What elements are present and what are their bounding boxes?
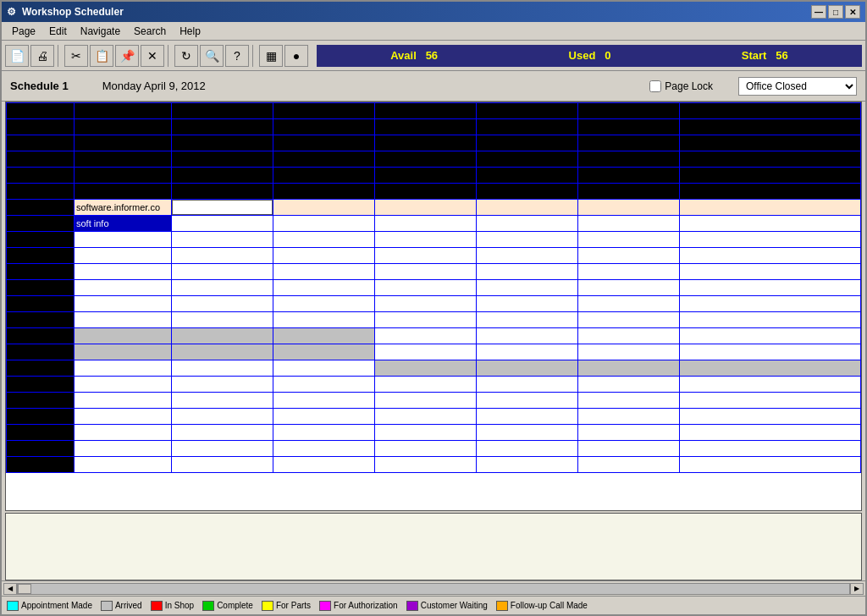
grid-cell	[680, 280, 861, 296]
grid-cell	[578, 264, 680, 280]
grid-cell	[172, 312, 273, 328]
for-authorization-color	[319, 601, 331, 611]
grid-cell	[578, 409, 680, 425]
time-cell	[7, 168, 75, 184]
new-button[interactable]: 📄	[5, 45, 29, 67]
grid-cell	[477, 425, 578, 441]
grid-cell	[375, 119, 477, 135]
grid-cell	[680, 168, 861, 184]
table-row	[7, 151, 861, 168]
grid-cell	[680, 328, 861, 344]
used-label: Used 0	[569, 49, 611, 62]
time-cell	[7, 457, 75, 473]
grid-cell	[477, 184, 578, 200]
grid-cell	[578, 151, 680, 168]
grid-cell	[680, 248, 861, 264]
grid-cell	[75, 232, 172, 248]
grid-cell	[75, 103, 172, 119]
grid-cell	[273, 312, 375, 328]
grid-cell	[375, 264, 477, 280]
grid-button[interactable]: ▦	[259, 45, 283, 67]
page-lock-checkbox[interactable]	[649, 80, 661, 92]
table-row	[7, 184, 861, 200]
grid-text-input[interactable]	[172, 200, 273, 215]
special-button[interactable]: ●	[284, 45, 308, 67]
scroll-left-button[interactable]: ◀	[3, 583, 17, 595]
maximize-button[interactable]: □	[828, 5, 843, 19]
page-lock-label: Page Lock	[665, 80, 713, 92]
grid-cell	[680, 200, 861, 216]
grid-cell	[375, 232, 477, 248]
grid-cell	[172, 393, 273, 409]
scroll-thumb[interactable]	[18, 584, 31, 594]
copy-button[interactable]: 📋	[90, 45, 113, 67]
grid-cell	[477, 168, 578, 184]
time-cell	[7, 248, 75, 264]
refresh-button[interactable]: ↻	[174, 45, 198, 67]
grid-cell	[477, 151, 578, 168]
grid-cell	[375, 409, 477, 425]
time-cell	[7, 377, 75, 393]
menu-navigate[interactable]: Navigate	[74, 24, 127, 39]
grid-cell	[477, 344, 578, 360]
grid-cell	[172, 441, 273, 457]
grid-cell	[680, 409, 861, 425]
legend-for-parts: For Parts	[262, 601, 311, 611]
print-button[interactable]: 🖨	[30, 45, 54, 67]
grid-cell	[273, 264, 375, 280]
grid-cell	[375, 135, 477, 151]
grid-cell	[75, 184, 172, 200]
grid-cell	[172, 151, 273, 168]
grid-cell	[172, 425, 273, 441]
grid-cell	[477, 119, 578, 135]
search-button[interactable]: 🔍	[200, 45, 224, 67]
time-cell	[7, 296, 75, 312]
grid-cell	[477, 360, 578, 377]
grid-cell	[680, 103, 861, 119]
grid-cell	[172, 184, 273, 200]
close-button[interactable]: ✕	[845, 5, 860, 19]
grid-cell	[578, 280, 680, 296]
window-controls: — □ ✕	[811, 5, 860, 19]
grid-cell	[477, 280, 578, 296]
cut-button[interactable]: ✂	[64, 45, 88, 67]
delete-button[interactable]: ✕	[141, 45, 164, 67]
table-row	[7, 232, 861, 248]
time-cell	[7, 264, 75, 280]
minimize-button[interactable]: —	[811, 5, 826, 19]
software-informer-cell: software.informer.co	[75, 200, 172, 216]
scroll-right-button[interactable]: ▶	[850, 583, 864, 595]
scroll-track[interactable]	[17, 583, 850, 595]
paste-button[interactable]: 📌	[115, 45, 139, 67]
menu-page[interactable]: Page	[5, 24, 42, 39]
time-cell	[7, 216, 75, 232]
grid-cell	[477, 457, 578, 473]
grid-cell	[578, 119, 680, 135]
grid-cell	[172, 360, 273, 377]
grid-cell	[578, 328, 680, 344]
table-row	[7, 135, 861, 151]
grid-cell	[75, 151, 172, 168]
grid-cell	[172, 216, 273, 232]
toolbar-status: Avail 56 Used 0 Start 56	[317, 45, 862, 67]
grid-cell	[172, 296, 273, 312]
menu-search[interactable]: Search	[127, 24, 173, 39]
grid-cell	[680, 232, 861, 248]
time-cell	[7, 103, 75, 119]
help-button[interactable]: ?	[225, 45, 249, 67]
menu-help[interactable]: Help	[173, 24, 207, 39]
grid-cell	[680, 457, 861, 473]
app-icon: ⚙	[7, 6, 19, 18]
grid-cell	[680, 119, 861, 135]
table-row: software.informer.co	[7, 200, 861, 216]
grid-cell	[172, 168, 273, 184]
input-cell[interactable]	[172, 200, 273, 216]
table-row	[7, 248, 861, 264]
legend-for-authorization: For Authorization	[319, 601, 398, 611]
menu-edit[interactable]: Edit	[42, 24, 74, 39]
grid-cell	[172, 344, 273, 360]
office-status-dropdown[interactable]: Office Closed Open Holiday	[738, 77, 857, 96]
grid-cell	[578, 344, 680, 360]
grid-cell	[273, 457, 375, 473]
grid-cell	[680, 441, 861, 457]
